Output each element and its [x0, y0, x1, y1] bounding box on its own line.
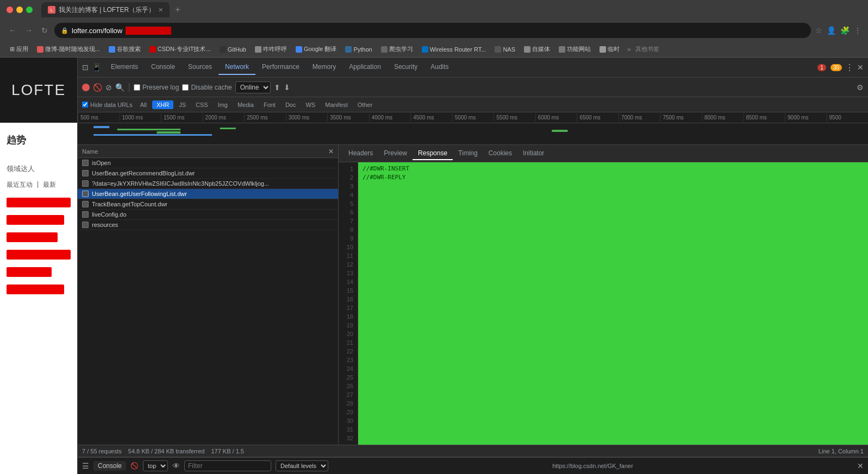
lock-icon: 🔒: [61, 27, 68, 34]
line-number-22: 22: [343, 347, 353, 356]
hide-data-urls-checkbox[interactable]: Hide data URLs: [82, 102, 133, 108]
request-item-following[interactable]: UserBean.getUserFollowingList.dwr: [78, 189, 338, 199]
bookmark-github[interactable]: GitHub: [216, 45, 249, 54]
bookmark-router[interactable]: Wireless Router RT...: [419, 45, 490, 54]
menu-icon[interactable]: ⋮: [854, 26, 861, 35]
address-input[interactable]: 🔒 lofter.com/follow: [54, 23, 811, 38]
tab-preview[interactable]: Preview: [378, 147, 413, 160]
tab-elements[interactable]: Elements: [104, 60, 145, 75]
bookmark-translate[interactable]: Google 翻译: [292, 44, 340, 54]
more-options-icon[interactable]: ⋮: [845, 62, 854, 73]
tab-console[interactable]: Console: [145, 60, 182, 75]
maximize-traffic-light[interactable]: [26, 7, 33, 13]
timeline-mark-14: 7500 ms: [660, 113, 702, 122]
new-tab-button[interactable]: +: [172, 4, 183, 16]
request-item-isopen[interactable]: isOpen: [78, 158, 338, 168]
bookmark-csdn[interactable]: CSDN-专业IT技术...: [146, 44, 214, 54]
disable-cache-checkbox[interactable]: Disable cache: [182, 84, 232, 91]
preserve-log-input[interactable]: [134, 84, 140, 91]
filter-icon[interactable]: ⊘: [105, 83, 112, 92]
bookmark-nas[interactable]: NAS: [491, 45, 519, 54]
tab-timing[interactable]: Timing: [453, 147, 483, 160]
back-button[interactable]: ←: [7, 25, 18, 36]
tab-application[interactable]: Application: [342, 60, 388, 75]
request-item-resources[interactable]: resources: [78, 220, 338, 230]
timeline-mark-0: 500 ms: [78, 113, 120, 122]
profile-icon[interactable]: 👤: [827, 26, 836, 35]
extension-icon[interactable]: 🧩: [840, 26, 850, 35]
import-icon[interactable]: ⬆: [274, 83, 280, 92]
site-gap-3: [7, 244, 71, 248]
bookmark-temp[interactable]: 临时: [596, 44, 623, 54]
filter-font[interactable]: Font: [259, 100, 280, 109]
request-item-data[interactable]: ?data=eyJkYXRhVHlwZSI6ICJwdIlsInNlc3Npb2…: [78, 179, 338, 189]
request-item-trackbean[interactable]: TrackBean.getTopCount.dwr: [78, 199, 338, 210]
console-clear-icon[interactable]: 🚫: [130, 462, 139, 470]
more-bookmarks-button[interactable]: »: [627, 46, 631, 53]
settings-icon[interactable]: ⚙: [857, 83, 864, 92]
bookmark-google[interactable]: 谷歌搜索: [105, 44, 144, 54]
bookmark-python[interactable]: Python: [342, 45, 375, 54]
forward-button[interactable]: →: [23, 25, 35, 36]
request-item-liveconfig[interactable]: liveConfig.do: [78, 210, 338, 220]
filter-media[interactable]: Media: [233, 100, 258, 109]
console-levels-select[interactable]: Default levels: [276, 460, 328, 471]
throttle-select[interactable]: Online: [235, 81, 271, 93]
tab-performance[interactable]: Performance: [255, 60, 306, 75]
filter-js[interactable]: JS: [174, 100, 190, 109]
close-devtools-icon[interactable]: ✕: [857, 63, 864, 72]
tab-network[interactable]: Network: [218, 60, 255, 75]
tab-response[interactable]: Response: [413, 147, 453, 160]
bookmark-apps[interactable]: ⊞ 应用: [7, 44, 32, 54]
console-sidebar-icon[interactable]: ☰: [82, 462, 89, 470]
filter-manifest[interactable]: Manifest: [321, 100, 352, 109]
tab-initiator[interactable]: Initiator: [517, 147, 549, 160]
bookmark-zaza-label: 咋咋呼呼: [263, 45, 287, 53]
console-filter-input[interactable]: [184, 460, 271, 471]
timeline-mark-3: 2000 ms: [203, 113, 245, 122]
filter-xhr[interactable]: XHR: [152, 100, 173, 109]
minimize-traffic-light[interactable]: [16, 7, 23, 13]
console-eye-icon[interactable]: 👁: [172, 462, 180, 470]
refresh-button[interactable]: ↻: [39, 25, 50, 36]
request-item-recommend[interactable]: UserBean.getRecommendBlogList.dwr: [78, 168, 338, 179]
console-context-select[interactable]: top: [143, 460, 168, 471]
site-latest-tab[interactable]: 最新: [43, 180, 56, 189]
device-icon[interactable]: 📱: [92, 63, 101, 72]
site-recent-tab[interactable]: 最近互动: [7, 180, 33, 189]
filter-other[interactable]: Other: [353, 100, 377, 109]
bookmark-star-icon[interactable]: ☆: [815, 26, 822, 35]
filter-doc[interactable]: Doc: [281, 100, 301, 109]
close-panel-icon[interactable]: ✕: [328, 148, 334, 155]
bookmark-spider[interactable]: 爬虫学习: [378, 44, 416, 54]
filter-ws[interactable]: WS: [301, 100, 320, 109]
inspect-icon[interactable]: ⊡: [82, 63, 89, 72]
tab-audits[interactable]: Audits: [424, 60, 455, 75]
tab-memory[interactable]: Memory: [306, 60, 342, 75]
clear-button[interactable]: 🚫: [93, 83, 102, 92]
filter-all[interactable]: All: [136, 100, 151, 109]
filter-img[interactable]: Img: [214, 100, 232, 109]
disable-cache-input[interactable]: [182, 84, 189, 91]
search-button[interactable]: 🔍: [115, 83, 124, 92]
hide-data-urls-input[interactable]: [82, 102, 88, 108]
tab-cookies[interactable]: Cookies: [483, 147, 517, 160]
tab-close-button[interactable]: ✕: [158, 7, 163, 14]
tab-sources[interactable]: Sources: [182, 60, 218, 75]
filter-css[interactable]: CSS: [191, 100, 213, 109]
request-name-trackbean: TrackBean.getTopCount.dwr: [92, 201, 334, 207]
bookmark-zaza[interactable]: 咋咋呼呼: [252, 44, 290, 54]
other-bookmarks[interactable]: 其他书签: [635, 45, 659, 53]
request-checkbox-5: [82, 201, 89, 207]
close-traffic-light[interactable]: [7, 7, 13, 13]
browser-tab[interactable]: L 我关注的博客 | LOFTER（乐乎） ✕: [41, 2, 170, 17]
export-icon[interactable]: ⬇: [284, 83, 290, 92]
tab-security[interactable]: Security: [388, 60, 424, 75]
preserve-log-checkbox[interactable]: Preserve log: [134, 84, 179, 91]
console-close-button[interactable]: ✕: [857, 462, 864, 470]
record-button[interactable]: [82, 84, 90, 91]
bookmark-weibo[interactable]: 微博-随时随地发现...: [34, 44, 103, 54]
bookmark-func[interactable]: 功能网站: [555, 44, 594, 54]
tab-headers[interactable]: Headers: [343, 147, 378, 160]
bookmark-media[interactable]: 自媒体: [521, 44, 553, 54]
